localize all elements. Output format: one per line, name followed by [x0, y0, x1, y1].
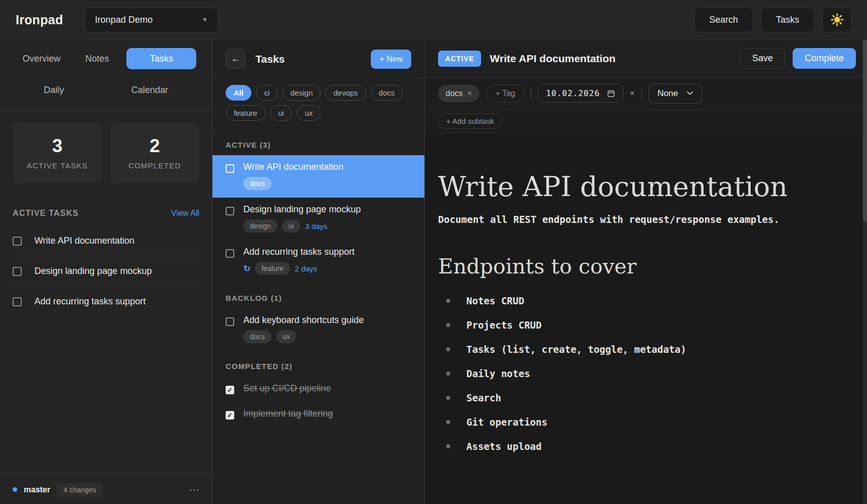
tab-calendar[interactable]: Calendar [124, 79, 175, 101]
due-label: 3 days [305, 222, 327, 231]
theme-toggle-button[interactable] [822, 8, 852, 32]
task-title: Add recurring tasks support [243, 247, 355, 257]
vertical-scrollbar[interactable] [863, 40, 867, 504]
tab-tasks[interactable]: Tasks [126, 48, 196, 69]
active-tasks-heading: ACTIVE TASKS [13, 209, 79, 218]
task-checkbox[interactable] [226, 249, 234, 258]
filter-ui[interactable]: ui [270, 105, 292, 121]
filter-docs[interactable]: docs [371, 85, 403, 101]
due-date-value: 10.02.2026 [546, 88, 599, 98]
due-date-input[interactable]: 10.02.2026 [538, 84, 623, 103]
bullet-dot-icon [446, 299, 450, 303]
calendar-icon[interactable] [607, 89, 615, 98]
filter-design[interactable]: design [282, 85, 321, 101]
tab-notes[interactable]: Notes [78, 48, 116, 69]
task-title: Implement tag filtering [243, 408, 333, 419]
task-row[interactable]: Write API documentation docs [212, 155, 424, 198]
due-label: 2 days [295, 264, 317, 273]
tag-badge: ui [282, 219, 300, 233]
stat-value: 3 [52, 135, 63, 157]
new-task-button[interactable]: + New [371, 50, 411, 69]
task-checkbox[interactable] [226, 164, 234, 173]
topbar-actions: Search Tasks [694, 8, 852, 32]
tab-overview[interactable]: Overview [15, 48, 67, 69]
tag-badge: docs [243, 177, 272, 190]
scrollbar-thumb[interactable] [863, 40, 867, 222]
task-row[interactable]: Add recurring tasks support ↻ feature 2 … [212, 240, 424, 283]
tasks-button[interactable]: Tasks [761, 8, 814, 32]
task-title: Add keyboard shortcuts guide [243, 315, 364, 326]
filter-feature[interactable]: feature [226, 105, 266, 121]
list-item[interactable]: Add recurring tasks support [13, 287, 199, 316]
app-logo: Ironpad [16, 13, 63, 27]
bullet-item: Notes CRUD [438, 289, 844, 313]
save-button[interactable]: Save [740, 48, 785, 69]
bullet-dot-icon [446, 396, 450, 400]
task-row[interactable]: ✓ Implement tag filtering [212, 402, 424, 427]
tag-badge: feature [255, 262, 290, 275]
tag-badge: design [243, 219, 277, 233]
bullet-item: Daily notes [438, 361, 844, 386]
section-label-backlog: BACKLOG (1) [212, 283, 424, 308]
task-checkbox-checked[interactable]: ✓ [226, 386, 234, 394]
list-item[interactable]: Write API documentation [13, 226, 199, 256]
priority-select[interactable]: None [648, 83, 703, 104]
detail-title: Write API documentation [490, 53, 616, 65]
task-label: Design landing page mockup [34, 266, 152, 277]
complete-button[interactable]: Complete [793, 48, 856, 69]
panel-title: Tasks [255, 53, 285, 65]
chevron-down-icon: ▼ [202, 16, 208, 23]
filter-devops[interactable]: devops [325, 85, 366, 101]
list-item[interactable]: Design landing page mockup [13, 256, 199, 287]
task-list-panel: ← Tasks + New All ci design devops docs … [212, 40, 425, 504]
close-icon[interactable]: × [467, 89, 472, 98]
separator [531, 87, 531, 100]
branch-dot-icon [13, 487, 17, 492]
active-tasks-section: ACTIVE TASKS View All Write API document… [0, 196, 212, 316]
bullet-dot-icon [446, 323, 450, 327]
tag-badge: ux [276, 330, 297, 343]
clear-date-button[interactable]: × [630, 88, 635, 99]
task-row[interactable]: ✓ Set up CI/CD pipeline [212, 377, 424, 402]
project-selector[interactable]: Ironpad Demo ▼ [84, 8, 219, 32]
back-button[interactable]: ← [226, 49, 245, 69]
section-label-active: ACTIVE (3) [212, 129, 424, 155]
bullet-dot-icon [446, 420, 450, 424]
branch-name: master [24, 485, 50, 494]
chevron-down-icon [687, 91, 693, 95]
bullet-item: Search [438, 386, 844, 410]
task-checkbox-checked[interactable]: ✓ [226, 411, 234, 420]
search-button[interactable]: Search [694, 8, 753, 32]
task-checkbox[interactable] [13, 297, 22, 306]
task-list: ACTIVE (3) Write API documentation docs … [212, 129, 424, 427]
task-checkbox[interactable] [13, 237, 22, 246]
document-content[interactable]: Write API documentation Document all RES… [425, 133, 867, 459]
bullet-item: Assets upload [438, 434, 844, 459]
add-subtask-button[interactable]: + Add subtask [438, 113, 502, 129]
document-title: Write API documentation [438, 171, 844, 203]
task-row[interactable]: Add keyboard shortcuts guide docs ux [212, 308, 424, 351]
bullet-dot-icon [446, 444, 450, 448]
filter-ux[interactable]: ux [296, 105, 321, 121]
filter-all[interactable]: All [226, 85, 251, 101]
tab-daily[interactable]: Daily [36, 79, 71, 101]
add-tag-button[interactable]: + Tag [486, 84, 524, 103]
filter-ci[interactable]: ci [256, 85, 278, 101]
git-status-bar: master 4 changes ⋯ [0, 475, 212, 504]
task-row[interactable]: Design landing page mockup design ui 3 d… [212, 198, 424, 240]
bullet-dot-icon [446, 347, 450, 351]
task-checkbox[interactable] [226, 317, 234, 326]
task-list-header: ← Tasks + New [212, 40, 424, 78]
task-checkbox[interactable] [13, 267, 22, 276]
stat-label: COMPLETED [128, 161, 181, 170]
detail-meta-bar: docs × + Tag 10.02.2026 × None [425, 77, 867, 110]
ellipsis-icon[interactable]: ⋯ [189, 484, 199, 496]
bullet-item: Git operations [438, 410, 844, 434]
section-label-completed: COMPLETED (2) [212, 351, 424, 377]
task-title: Design landing page mockup [243, 204, 361, 215]
document-subheading: Endpoints to cover [438, 254, 844, 279]
task-checkbox[interactable] [226, 207, 234, 215]
view-all-link[interactable]: View All [171, 209, 199, 218]
tag-chip-docs[interactable]: docs × [438, 85, 480, 102]
task-detail-panel: ACTIVE Write API documentation Save Comp… [425, 40, 867, 504]
